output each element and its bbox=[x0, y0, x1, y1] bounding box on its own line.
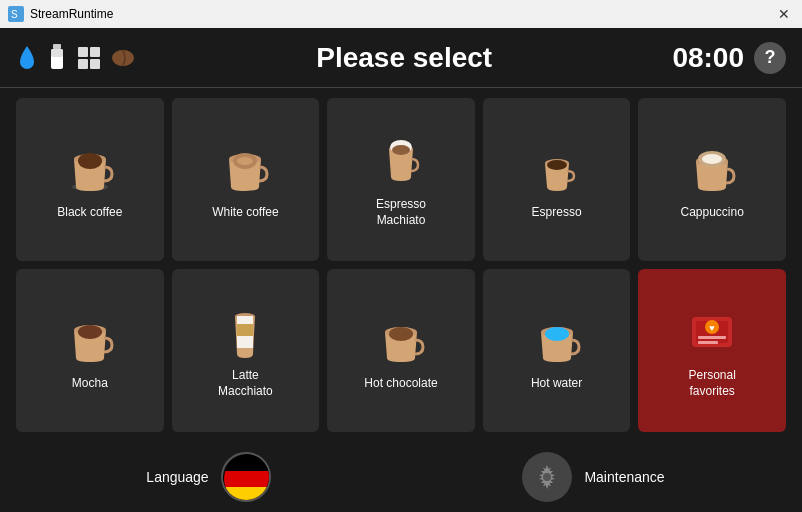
beverage-grid: Black coffee White coffee Espresso Machi… bbox=[0, 88, 802, 442]
maintenance-label: Maintenance bbox=[584, 469, 664, 485]
svg-point-15 bbox=[237, 157, 253, 165]
svg-rect-39 bbox=[698, 341, 718, 344]
svg-rect-2 bbox=[53, 44, 61, 49]
black-coffee-label: Black coffee bbox=[57, 205, 122, 221]
sugar-icon bbox=[76, 45, 102, 71]
personal-favorites-label: Personal favorites bbox=[689, 368, 736, 399]
svg-rect-43 bbox=[223, 471, 271, 487]
hot-water-button[interactable]: Hot water bbox=[483, 269, 631, 432]
svg-rect-4 bbox=[51, 49, 63, 57]
help-button[interactable]: ? bbox=[754, 42, 786, 74]
white-coffee-label: White coffee bbox=[212, 205, 278, 221]
svg-rect-29 bbox=[237, 336, 253, 348]
black-coffee-button[interactable]: Black coffee bbox=[16, 98, 164, 261]
svg-point-46 bbox=[543, 473, 551, 481]
personal-favorites-icon: ♥ bbox=[682, 302, 742, 362]
white-coffee-icon bbox=[215, 139, 275, 199]
bean-icon bbox=[110, 47, 136, 69]
personal-favorites-button[interactable]: ♥ Personal favorites bbox=[638, 269, 786, 432]
latte-macchiato-button[interactable]: Latte Macchiato bbox=[172, 269, 320, 432]
app-title: StreamRuntime bbox=[30, 7, 113, 21]
svg-rect-8 bbox=[90, 59, 100, 69]
clock: 08:00 bbox=[672, 42, 744, 74]
svg-point-23 bbox=[702, 154, 722, 164]
svg-text:♥: ♥ bbox=[710, 323, 715, 333]
cappuccino-icon bbox=[682, 139, 742, 199]
svg-point-33 bbox=[545, 327, 569, 341]
titlebar-left: S StreamRuntime bbox=[8, 6, 113, 22]
german-flag-icon bbox=[223, 454, 271, 502]
mocha-button[interactable]: Mocha bbox=[16, 269, 164, 432]
svg-point-25 bbox=[78, 325, 102, 339]
page-title: Please select bbox=[136, 42, 672, 74]
espresso-machiato-label: Espresso Machiato bbox=[376, 197, 426, 228]
svg-rect-6 bbox=[90, 47, 100, 57]
white-coffee-button[interactable]: White coffee bbox=[172, 98, 320, 261]
svg-point-12 bbox=[78, 153, 102, 169]
svg-rect-5 bbox=[78, 47, 88, 57]
svg-rect-28 bbox=[237, 324, 253, 336]
maintenance-section: Maintenance bbox=[401, 452, 786, 502]
milk-icon bbox=[46, 44, 68, 72]
mocha-icon bbox=[60, 310, 120, 370]
hot-chocolate-icon bbox=[371, 310, 431, 370]
hot-chocolate-button[interactable]: Hot chocolate bbox=[327, 269, 475, 432]
espresso-label: Espresso bbox=[532, 205, 582, 221]
latte-macchiato-icon bbox=[215, 302, 275, 362]
svg-point-20 bbox=[547, 160, 567, 170]
hot-water-icon bbox=[527, 310, 587, 370]
svg-rect-27 bbox=[237, 316, 253, 324]
svg-text:S: S bbox=[11, 9, 18, 20]
app-icon: S bbox=[8, 6, 24, 22]
maintenance-button[interactable] bbox=[522, 452, 572, 502]
black-coffee-icon bbox=[60, 139, 120, 199]
close-button[interactable]: ✕ bbox=[774, 4, 794, 24]
svg-rect-38 bbox=[698, 336, 726, 339]
svg-point-31 bbox=[389, 327, 413, 341]
espresso-icon bbox=[527, 139, 587, 199]
bottom-bar: Language Maintenance bbox=[0, 442, 802, 512]
cappuccino-label: Cappuccino bbox=[681, 205, 744, 221]
svg-rect-7 bbox=[78, 59, 88, 69]
titlebar: S StreamRuntime ✕ bbox=[0, 0, 802, 28]
language-section: Language bbox=[16, 452, 401, 502]
latte-macchiato-label: Latte Macchiato bbox=[218, 368, 273, 399]
hot-water-label: Hot water bbox=[531, 376, 582, 392]
espresso-machiato-icon bbox=[371, 131, 431, 191]
svg-point-18 bbox=[392, 145, 410, 155]
espresso-machiato-button[interactable]: Espresso Machiato bbox=[327, 98, 475, 261]
hot-chocolate-label: Hot chocolate bbox=[364, 376, 437, 392]
water-icon bbox=[16, 44, 38, 72]
header: Please select 08:00 ? bbox=[0, 28, 802, 88]
language-flag-button[interactable] bbox=[221, 452, 271, 502]
language-label: Language bbox=[146, 469, 208, 485]
header-right: 08:00 ? bbox=[672, 42, 786, 74]
espresso-button[interactable]: Espresso bbox=[483, 98, 631, 261]
cappuccino-button[interactable]: Cappuccino bbox=[638, 98, 786, 261]
svg-rect-44 bbox=[223, 487, 271, 502]
gear-icon bbox=[533, 463, 561, 491]
ingredient-icons bbox=[16, 44, 136, 72]
mocha-label: Mocha bbox=[72, 376, 108, 392]
